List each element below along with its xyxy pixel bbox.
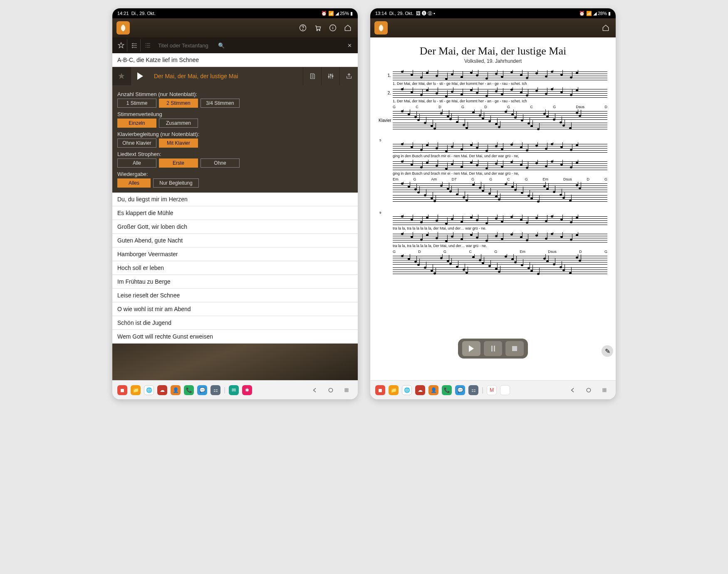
player-stop-button[interactable] <box>505 341 524 356</box>
status-bar: 14:21 Di., 29. Okt. ⏰ 📶 ◢ 25% ▮ <box>112 8 358 18</box>
app-logo-icon[interactable] <box>374 21 388 35</box>
song-list-item[interactable]: Wem Gott will rechte Gunst erweisen <box>112 330 358 344</box>
home-icon[interactable] <box>342 22 354 34</box>
distribution-together-button[interactable]: Zusammen <box>159 119 198 128</box>
app-logo-icon[interactable] <box>116 21 130 35</box>
share-icon[interactable] <box>339 67 358 85</box>
music-system-2: 5 ging in den Busch und brach mir ei - n… <box>379 139 607 203</box>
nav-back-icon[interactable] <box>309 384 321 396</box>
info-icon[interactable] <box>327 22 339 34</box>
staff-piano <box>393 182 607 203</box>
dock-phone-icon[interactable]: 📞 <box>442 385 452 395</box>
nav-home-icon[interactable] <box>582 384 595 396</box>
lyrics-line-3a: tra la la, tra la la la la la, der Mai, … <box>379 225 607 232</box>
playback-accomp-button[interactable]: Nur Begleitung <box>153 178 199 188</box>
sheet-view-icon[interactable] <box>303 67 321 85</box>
favorite-star-icon[interactable] <box>115 39 127 52</box>
player-pause-button[interactable] <box>484 341 502 356</box>
chord-row-2: EmGAmD7GGCGEmDsusDG <box>379 177 607 182</box>
verses-all-button[interactable]: Alle <box>117 158 156 168</box>
song-list-item[interactable]: Es klappert die Mühle <box>112 206 358 220</box>
checklist-icon[interactable] <box>128 39 141 52</box>
song-list-item[interactable]: Hoch soll er leben <box>112 261 358 275</box>
dock-app-2-icon[interactable]: 📁 <box>131 385 141 395</box>
dock-app-3-icon[interactable]: ☁ <box>157 385 167 395</box>
edit-fab-icon[interactable]: ✎ <box>602 345 613 357</box>
search-icon[interactable]: 🔍 <box>218 42 225 49</box>
svg-point-8 <box>329 388 332 392</box>
app-bar <box>370 18 616 37</box>
mixer-icon[interactable] <box>321 67 339 85</box>
dock-app-4-icon[interactable]: 👤 <box>171 385 181 395</box>
distribution-label: Stimmenverteilung <box>117 111 353 117</box>
staff-voice2 <box>393 87 607 98</box>
song-list-item[interactable]: Du, du liegst mir im Herzen <box>112 193 358 206</box>
svg-point-2 <box>317 30 317 31</box>
dock-phone-icon[interactable]: 📞 <box>184 385 194 395</box>
music-system-1: 1. 1. Der Mai, der Mai, der lu - sti - g… <box>379 70 607 131</box>
dock-messages-icon[interactable]: 💬 <box>197 385 207 395</box>
dock-app-1-icon[interactable]: ◼ <box>117 385 127 395</box>
piano-off-button[interactable]: Ohne Klavier <box>117 139 156 148</box>
song-list-item[interactable]: Schön ist die Jugend <box>112 316 358 330</box>
play-button[interactable] <box>131 67 149 85</box>
staff-voice2 <box>393 160 607 171</box>
distribution-single-button[interactable]: Einzeln <box>117 119 156 128</box>
lyrics-line-3b: tra la la, tra la la la la la, Der Mai, … <box>379 243 607 250</box>
svg-point-3 <box>319 30 320 31</box>
dock-mail-icon[interactable]: ✉ <box>229 385 239 395</box>
dock-app-4-icon[interactable]: 👤 <box>428 385 438 395</box>
verses-none-button[interactable]: Ohne <box>201 158 240 168</box>
playback-all-button[interactable]: Alles <box>117 178 151 188</box>
nav-recent-icon[interactable] <box>340 384 353 396</box>
staff-piano <box>393 254 607 276</box>
list-icon[interactable] <box>141 39 154 52</box>
search-input[interactable] <box>158 42 216 49</box>
sheet-music-view[interactable]: Der Mai, der Mai, der lustige Mai Volksl… <box>370 37 616 380</box>
nav-back-icon[interactable] <box>567 384 579 396</box>
song-list-item[interactable]: O wie wohl ist mir am Abend <box>112 302 358 316</box>
dock-apps-icon[interactable]: ⚏ <box>468 385 478 395</box>
song-list-item[interactable]: A-B-C, die Katze lief im Schnee <box>112 53 358 67</box>
cart-icon[interactable] <box>312 22 324 34</box>
song-title: Der Mai, der Mai, der lustige Mai <box>379 45 607 57</box>
nav-home-icon[interactable] <box>324 384 337 396</box>
song-list-item[interactable]: Guten Abend, gute Nacht <box>112 234 358 247</box>
lyrics-line-1b: 1. Der Mai, der Mai, der lu - sti - ge M… <box>379 98 607 105</box>
dock-gmail-icon[interactable]: M <box>487 385 497 395</box>
bar-number-5: 5 <box>379 139 607 142</box>
dock-gallery-icon[interactable]: ✱ <box>242 385 252 395</box>
expanded-song-title[interactable]: Der Mai, der Mai, der lustige Mai <box>149 73 303 79</box>
piano-on-button[interactable]: Mit Klavier <box>159 139 198 148</box>
left-screenshot: 14:21 Di., 29. Okt. ⏰ 📶 ◢ 25% ▮ 🔍 ✕ A-B-… <box>112 8 358 399</box>
dock-chrome-icon[interactable]: 🌐 <box>402 385 412 395</box>
voices-1-button[interactable]: 1 Stimme <box>117 99 156 108</box>
favorite-toggle-icon[interactable] <box>112 67 131 85</box>
song-list-item[interactable]: Im Frühtau zu Berge <box>112 275 358 289</box>
piano-label: Klavier <box>379 118 393 123</box>
song-list-item[interactable]: Hamborger Veermaster <box>112 247 358 261</box>
player-play-button[interactable] <box>462 341 480 356</box>
dock-app-2-icon[interactable]: 📁 <box>389 385 399 395</box>
voices-34-button[interactable]: 3/4 Stimmen <box>201 99 240 108</box>
song-list-item[interactable]: Großer Gott, wir loben dich <box>112 220 358 234</box>
dock-chrome-icon[interactable]: 🌐 <box>144 385 154 395</box>
dock-app-3-icon[interactable]: ☁ <box>415 385 425 395</box>
piano-label: Klavierbegleitung (nur Notenblatt): <box>117 131 353 137</box>
nav-recent-icon[interactable] <box>598 384 611 396</box>
verses-first-button[interactable]: Erste <box>159 158 198 168</box>
date: Di., 29. Okt. <box>131 11 156 16</box>
search-field[interactable]: 🔍 <box>155 42 343 49</box>
app-bar <box>112 18 358 37</box>
voices-2-button[interactable]: 2 Stimmen <box>159 99 198 108</box>
home-icon[interactable] <box>600 22 612 34</box>
song-list-item[interactable]: Leise rieselt der Schnee <box>112 289 358 302</box>
dock-apps-icon[interactable]: ⚏ <box>210 385 220 395</box>
clock: 13:14 <box>375 11 387 16</box>
dock-messages-icon[interactable]: 💬 <box>455 385 465 395</box>
dock-play-icon[interactable]: ▶ <box>500 385 510 395</box>
help-icon[interactable] <box>297 22 309 34</box>
clear-search-icon[interactable]: ✕ <box>344 42 355 49</box>
voices-label: Anzahl Stimmen (nur Notenblatt): <box>117 91 353 97</box>
dock-app-1-icon[interactable]: ◼ <box>375 385 385 395</box>
